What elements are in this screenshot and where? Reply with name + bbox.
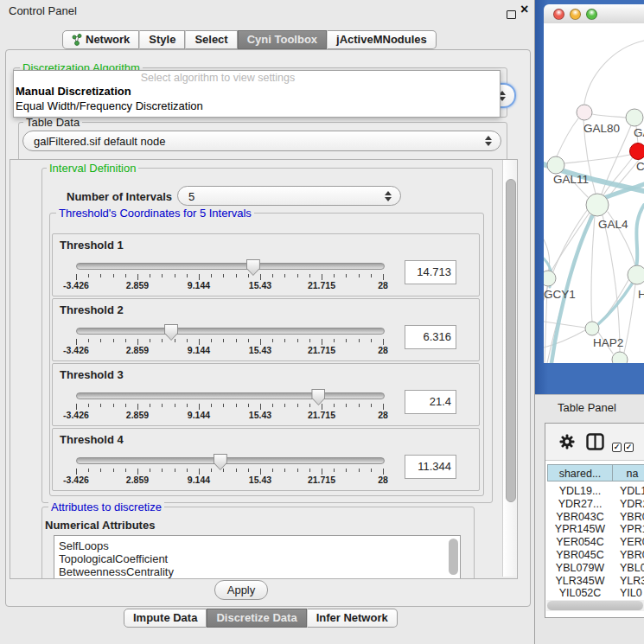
- tab-network[interactable]: Network: [62, 30, 139, 49]
- cell-shared-name: YDL19...: [547, 485, 613, 498]
- network-edge[interactable]: [564, 155, 630, 163]
- cell-shared-name: YBL079W: [547, 562, 613, 575]
- network-edge-highlighted[interactable]: [636, 205, 644, 267]
- slider-ticks: [76, 469, 384, 475]
- num-intervals-value: 5: [188, 189, 194, 202]
- network-node[interactable]: [612, 352, 628, 363]
- mac-minimize-button[interactable]: [570, 9, 581, 20]
- threshold-value-field[interactable]: 11.344: [405, 455, 456, 479]
- table-row[interactable]: YPR145WYPR1: [547, 523, 644, 536]
- network-node[interactable]: [626, 109, 643, 126]
- bottom-tab-infer-network[interactable]: Infer Network: [307, 609, 398, 628]
- control-panel-titlebar: Control Panel ×: [0, 0, 534, 22]
- table-row[interactable]: YDR27...YDR2: [547, 498, 644, 511]
- bottom-tab-impute-data[interactable]: Impute Data: [124, 609, 207, 628]
- network-edge[interactable]: [598, 280, 628, 324]
- float-window-icon[interactable]: [507, 10, 516, 19]
- network-edge[interactable]: [544, 322, 585, 328]
- slider-tick-label: 15.43: [249, 280, 271, 290]
- attribute-item[interactable]: SelfLoops: [54, 539, 460, 552]
- algorithm-option[interactable]: Equal Width/Frequency Discretization: [14, 99, 500, 113]
- show-columns-checkboxes[interactable]: ✓✓: [612, 437, 636, 453]
- mac-close-button[interactable]: [553, 9, 564, 20]
- threshold-label: Threshold 2: [60, 303, 124, 316]
- network-node[interactable]: [577, 105, 592, 120]
- panel-scrollbar-thumb[interactable]: [506, 179, 516, 502]
- cell-name: YIL0: [620, 587, 642, 600]
- panel-title: Control Panel: [9, 4, 77, 17]
- network-view-window[interactable]: GAL80GACGAL11GAL4GCY1HHAP2: [535, 0, 644, 394]
- network-edge[interactable]: [544, 330, 585, 348]
- cell-name: YBR0: [620, 511, 644, 524]
- bottom-tab-discretize-data[interactable]: Discretize Data: [207, 609, 306, 628]
- network-edge[interactable]: [603, 215, 620, 352]
- network-node[interactable]: [586, 194, 609, 216]
- gear-icon[interactable]: [559, 434, 575, 450]
- network-node[interactable]: [585, 322, 599, 335]
- table-horizontal-scrollbar[interactable]: [546, 600, 644, 611]
- network-node[interactable]: [544, 271, 556, 286]
- threshold-value-field[interactable]: 14.713: [405, 260, 456, 284]
- threshold-value-field[interactable]: 21.4: [405, 390, 456, 414]
- close-icon[interactable]: ×: [520, 2, 528, 17]
- table-row[interactable]: YBR043CYBR0: [547, 511, 644, 524]
- mac-zoom-button[interactable]: [586, 9, 597, 20]
- numerical-attributes-list[interactable]: SelfLoopsTopologicalCoefficientBetweenne…: [54, 535, 461, 579]
- slider-tick-label: 21.715: [308, 345, 335, 355]
- network-canvas[interactable]: GAL80GACGAL11GAL4GCY1HHAP2: [544, 23, 644, 363]
- tab-style[interactable]: Style: [139, 30, 185, 49]
- network-edge[interactable]: [592, 114, 626, 118]
- tab-label: Select: [194, 31, 227, 48]
- network-edge[interactable]: [584, 41, 644, 104]
- cell-name: YBL0: [620, 562, 644, 575]
- tab-label: Cyni Toolbox: [247, 31, 317, 48]
- table-row[interactable]: YDL19...YDL1: [547, 485, 644, 498]
- network-window-titlebar: [544, 4, 644, 24]
- tab-jactivemnodules[interactable]: jActiveMNodules: [327, 30, 437, 49]
- table-row[interactable]: YBL079WYBL0: [547, 562, 644, 575]
- slider-track[interactable]: [76, 392, 385, 399]
- attribute-item[interactable]: BetweennessCentrality: [54, 565, 460, 578]
- table-data-group-title: Table Data: [23, 116, 82, 129]
- num-intervals-spinner[interactable]: 5: [177, 186, 401, 206]
- network-node[interactable]: [547, 156, 564, 174]
- slider-tick-label: -3.426: [63, 410, 89, 420]
- tab-select[interactable]: Select: [185, 30, 237, 49]
- apply-button[interactable]: Apply: [214, 580, 268, 600]
- attribute-item[interactable]: TopologicalCoefficient: [54, 552, 460, 565]
- algorithm-hint-item[interactable]: Select algorithm to view settings: [14, 71, 500, 85]
- column-header-shared-name[interactable]: shared...: [547, 464, 613, 481]
- table-row[interactable]: YBR045CYBR0: [547, 549, 644, 562]
- network-edge[interactable]: [557, 118, 578, 156]
- network-edge-highlighted[interactable]: [597, 283, 633, 325]
- combo-arrows-icon: [485, 136, 492, 146]
- column-header-name[interactable]: na: [613, 464, 644, 481]
- network-node[interactable]: [630, 143, 644, 160]
- network-edge[interactable]: [591, 216, 595, 322]
- network-node-label: GCY1: [544, 288, 576, 301]
- slider-tick-label: 9.144: [188, 410, 210, 420]
- table-row[interactable]: YIL052CYIL0: [547, 587, 644, 600]
- table-row[interactable]: YER054CYER0: [547, 536, 644, 549]
- attributes-scrollbar[interactable]: [449, 539, 458, 575]
- table-data-combobox[interactable]: galFiltered.sif default node: [22, 131, 501, 151]
- network-node[interactable]: [628, 265, 644, 284]
- slider-track[interactable]: [76, 263, 385, 270]
- threshold-value-field[interactable]: 6.316: [405, 325, 456, 349]
- slider-track[interactable]: [76, 328, 385, 335]
- scrollbar-thumb[interactable]: [547, 601, 643, 610]
- slider-track[interactable]: [76, 457, 385, 464]
- slider-tick-label: 9.144: [188, 345, 210, 355]
- tab-cyni-toolbox[interactable]: Cyni Toolbox: [238, 30, 327, 49]
- slider-tick-label: 28: [378, 345, 388, 355]
- network-node-label: GAL11: [553, 173, 589, 186]
- network-edge-highlighted[interactable]: [552, 210, 596, 363]
- slider-tick-label: 2.859: [126, 280, 149, 290]
- network-node-label: GAL4: [598, 218, 628, 231]
- panel-scrollbar-track[interactable]: [502, 160, 517, 577]
- algorithm-option[interactable]: Manual Discretization: [14, 85, 500, 99]
- split-panel-icon[interactable]: [586, 433, 604, 450]
- cell-shared-name: YBR045C: [547, 549, 613, 562]
- slider-ticks: [76, 274, 384, 281]
- table-row[interactable]: YLR345WYLR3: [547, 575, 644, 588]
